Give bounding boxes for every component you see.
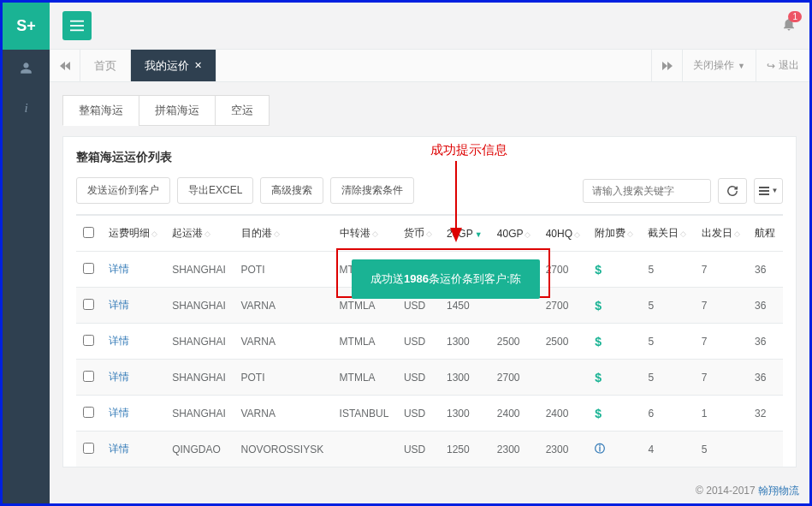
export-excel-button[interactable]: 导出EXCEL — [177, 177, 253, 204]
surcharge-icon[interactable]: $ — [595, 407, 602, 420]
tab-home[interactable]: 首页 — [80, 50, 131, 81]
detail-link[interactable]: 详情 — [109, 443, 129, 455]
col-dest: 目的港◇ — [234, 215, 333, 252]
success-toast: 成功送1986条运价条到客户:陈 — [352, 259, 540, 299]
sidebar: S+ i — [3, 3, 50, 503]
subtab-air[interactable]: 空运 — [215, 95, 270, 126]
row-checkbox[interactable] — [83, 443, 94, 454]
tabbar: 首页 我的运价 ✕ 关闭操作 ▼ ↪ 退出 — [50, 50, 809, 82]
menu-toggle-button[interactable] — [62, 11, 92, 40]
notif-badge: 1 — [788, 11, 802, 22]
col-depart: 出发日◇ — [695, 215, 748, 252]
svg-rect-4 — [759, 190, 769, 192]
col-transit: 中转港◇ — [333, 215, 397, 252]
detail-link[interactable]: 详情 — [109, 371, 129, 383]
surcharge-icon[interactable]: ⓘ — [595, 443, 605, 455]
subtab-lcl[interactable]: 拼箱海运 — [139, 95, 216, 126]
table-row: 详情QINGDAONOVOROSSIYSKUSD125023002300ⓘ45 — [76, 432, 783, 467]
detail-link[interactable]: 详情 — [109, 407, 129, 419]
col-currency: 货币◇ — [397, 215, 440, 252]
tabs-scroll-left[interactable] — [50, 50, 80, 81]
send-rates-button[interactable]: 发送运价到客户 — [76, 177, 170, 204]
surcharge-icon[interactable]: $ — [595, 299, 602, 313]
topbar: 1 — [50, 3, 809, 50]
row-checkbox[interactable] — [83, 407, 94, 418]
row-checkbox[interactable] — [83, 335, 94, 346]
table-row: 详情SHANGHAIVARNAMTMLAUSD130025002500$5736 — [76, 324, 783, 360]
clear-search-button[interactable]: 清除搜索条件 — [330, 177, 414, 204]
advanced-search-button[interactable]: 高级搜索 — [260, 177, 323, 204]
toolbar: 发送运价到客户 导出EXCEL 高级搜索 清除搜索条件 ▼ — [76, 177, 783, 204]
logout-button[interactable]: ↪ 退出 — [756, 50, 809, 81]
col-detail: 运费明细◇ — [102, 215, 166, 252]
svg-rect-3 — [759, 187, 769, 188]
col-voyage: 航程 — [748, 215, 783, 252]
tabs-scroll-right[interactable] — [651, 50, 682, 81]
notifications-button[interactable]: 1 — [781, 16, 797, 36]
info-icon[interactable]: i — [3, 89, 50, 128]
tab-my-rates[interactable]: 我的运价 ✕ — [131, 50, 216, 81]
row-checkbox[interactable] — [83, 371, 94, 382]
col-40hq: 40HQ◇ — [539, 215, 589, 252]
footer-link[interactable]: 翰翔物流 — [758, 485, 799, 497]
svg-rect-1 — [70, 25, 84, 27]
detail-link[interactable]: 详情 — [109, 335, 129, 347]
surcharge-icon[interactable]: $ — [595, 371, 602, 384]
detail-link[interactable]: 详情 — [109, 263, 129, 275]
svg-rect-5 — [759, 193, 769, 195]
subtab-fcl[interactable]: 整箱海运 — [62, 95, 139, 126]
annotation-label: 成功提示信息 — [430, 142, 507, 158]
close-icon[interactable]: ✕ — [194, 60, 202, 71]
rates-panel: 整箱海运运价列表 发送运价到客户 导出EXCEL 高级搜索 清除搜索条件 ▼ — [62, 136, 797, 467]
row-checkbox[interactable] — [83, 263, 94, 274]
table-row: 详情SHANGHAIVARNAISTANBULUSD130024002400$6… — [76, 396, 783, 432]
svg-rect-0 — [70, 21, 84, 22]
table-row: 详情SHANGHAIPOTIMTMLAUSD13002700$5736 — [76, 360, 783, 396]
columns-button[interactable]: ▼ — [754, 178, 783, 204]
rates-table: 运费明细◇ 起运港◇ 目的港◇ 中转港◇ 货币◇ 20GP▼ 40GP◇ 40H… — [76, 214, 783, 467]
surcharge-icon[interactable]: $ — [595, 263, 602, 277]
detail-link[interactable]: 详情 — [109, 299, 129, 311]
search-input[interactable] — [583, 179, 711, 203]
subtabs: 整箱海运 拼箱海运 空运 — [62, 95, 797, 126]
close-ops-dropdown[interactable]: 关闭操作 ▼ — [682, 50, 756, 81]
col-origin: 起运港◇ — [165, 215, 234, 252]
surcharge-icon[interactable]: $ — [595, 335, 602, 348]
col-40gp: 40GP◇ — [490, 215, 539, 252]
panel-title: 整箱海运运价列表 — [76, 150, 783, 165]
logo[interactable]: S+ — [3, 3, 50, 50]
svg-rect-2 — [70, 29, 84, 31]
row-checkbox[interactable] — [83, 299, 94, 310]
col-surcharge: 附加费◇ — [588, 215, 641, 252]
col-cutoff: 截关日◇ — [641, 215, 694, 252]
col-20gp: 20GP▼ — [440, 215, 490, 252]
footer: © 2014-2017 翰翔物流 — [696, 484, 799, 498]
user-icon[interactable] — [3, 50, 50, 89]
select-all-checkbox[interactable] — [83, 227, 94, 238]
refresh-button[interactable] — [718, 178, 747, 204]
